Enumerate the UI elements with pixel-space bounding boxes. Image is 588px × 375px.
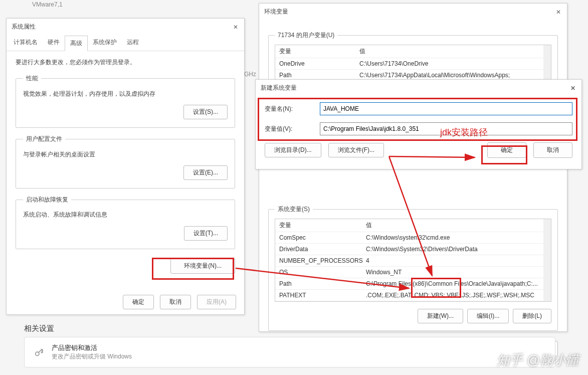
product-key-title: 产品密钥和激活: [52, 343, 132, 352]
close-icon[interactable]: ✕: [569, 85, 576, 92]
table-row[interactable]: PathC:\Program Files (x86)\Common Files\…: [275, 278, 543, 290]
tab-advanced[interactable]: 高级: [65, 36, 88, 51]
envvars-title: 环境变量: [264, 8, 288, 16]
user-vars-legend: 71734 的用户变量(U): [275, 31, 337, 40]
environment-variables-button[interactable]: 环境变量(N)...: [170, 258, 235, 274]
tab-system-protection[interactable]: 系统保护: [88, 35, 122, 51]
tab-remote[interactable]: 远程: [122, 35, 144, 51]
startup-desc: 系统启动、系统故障和调试信息: [23, 210, 228, 220]
sysvar-new-button[interactable]: 新建(W)...: [418, 309, 463, 323]
sysprops-tabs: 计算机名 硬件 高级 系统保护 远程: [7, 35, 244, 51]
table-row[interactable]: OSWindows_NT: [275, 267, 543, 278]
user-vars-col-var: 变量: [279, 47, 359, 56]
user-profile-desc: 与登录帐户相关的桌面设置: [23, 149, 228, 159]
sysprops-cancel-button[interactable]: 取消: [160, 295, 191, 309]
var-name-input[interactable]: [320, 102, 572, 115]
newsysvar-cancel-button[interactable]: 取消: [533, 142, 572, 158]
sys-var-value: C:\Program Files (x86)\Common Files\Orac…: [366, 280, 539, 287]
product-key-card[interactable]: 产品密钥和激活 更改产品密钥或升级 Windows: [24, 337, 555, 367]
table-row[interactable]: PROCESSOR_ARCHITECT...AMD64: [275, 301, 543, 302]
user-var-name: OneDrive: [279, 60, 359, 67]
sys-var-name: ComSpec: [279, 234, 366, 241]
product-key-desc: 更改产品密钥或升级 Windows: [52, 352, 132, 361]
close-icon[interactable]: ✕: [232, 24, 239, 31]
sysprops-ok-button[interactable]: 确定: [123, 295, 154, 309]
user-var-value: C:\Users\71734\OneDrive: [359, 60, 539, 67]
performance-settings-button[interactable]: 设置(S)...: [183, 105, 228, 119]
user-var-value: C:\Users\71734\AppData\Local\Microsoft\W…: [359, 72, 539, 79]
bg-ghz-label: GHz: [244, 71, 256, 78]
performance-legend: 性能: [23, 73, 41, 83]
sys-vars-legend: 系统变量(S): [275, 205, 313, 214]
close-icon[interactable]: ✕: [555, 9, 562, 16]
user-profile-legend: 用户配置文件: [23, 134, 65, 144]
sysprops-title: 系统属性: [12, 23, 36, 31]
performance-group: 性能 视觉效果，处理器计划，内存使用，以及虚拟内存 设置(S)...: [16, 73, 235, 128]
startup-group: 启动和故障恢复 系统启动、系统故障和调试信息 设置(T)...: [16, 195, 235, 249]
sys-var-name: Path: [279, 280, 366, 287]
user-profile-settings-button[interactable]: 设置(E)...: [183, 165, 228, 180]
sys-var-name: PATHEXT: [279, 292, 366, 299]
var-name-label: 变量名(N):: [265, 105, 320, 113]
sys-var-value: .COM;.EXE;.BAT;.CMD;.VBS;.VBE;.JS;.JSE;.…: [366, 292, 539, 299]
admin-note: 要进行大多数更改，您必须作为管理员登录。: [16, 57, 235, 67]
new-system-variable-dialog: 新建系统变量 ✕ 变量名(N): 变量值(V): 浏览目录(D)... 浏览文件…: [255, 79, 582, 169]
startup-legend: 启动和故障恢复: [23, 195, 71, 205]
scrollbar[interactable]: [543, 219, 551, 302]
sys-vars-col-val: 值: [366, 221, 539, 230]
newsysvar-title: 新建系统变量: [261, 84, 297, 92]
sys-var-name: NUMBER_OF_PROCESSORS: [279, 257, 366, 264]
newsysvar-ok-button[interactable]: 确定: [487, 142, 526, 158]
tab-computer-name[interactable]: 计算机名: [9, 35, 43, 51]
sys-var-value: 4: [366, 257, 539, 264]
tab-hardware[interactable]: 硬件: [43, 35, 65, 51]
browse-file-button[interactable]: 浏览文件(F)...: [328, 143, 384, 157]
browse-directory-button[interactable]: 浏览目录(D)...: [265, 143, 321, 157]
user-profile-group: 用户配置文件 与登录帐户相关的桌面设置 设置(E)...: [16, 134, 235, 189]
bg-vmware-label: VMware7,1: [32, 1, 63, 8]
sys-var-value: C:\Windows\system32\cmd.exe: [366, 234, 539, 241]
user-vars-col-val: 值: [359, 47, 539, 56]
svg-point-0: [36, 352, 39, 355]
user-var-name: Path: [279, 72, 359, 79]
table-row[interactable]: NUMBER_OF_PROCESSORS4: [275, 255, 543, 267]
sysvar-edit-button[interactable]: 编辑(I)...: [467, 309, 509, 323]
sys-var-value: C:\Windows\System32\Drivers\DriverData: [366, 246, 539, 253]
sys-vars-table[interactable]: 变量 值 ComSpecC:\Windows\system32\cmd.exeD…: [275, 219, 551, 302]
var-value-label: 变量值(V):: [265, 125, 320, 133]
key-icon: [34, 347, 45, 358]
startup-settings-button[interactable]: 设置(T)...: [184, 226, 228, 241]
sys-vars-col-var: 变量: [279, 221, 366, 230]
table-row[interactable]: ComSpecC:\Windows\system32\cmd.exe: [275, 232, 543, 244]
var-value-input[interactable]: [320, 122, 572, 135]
sys-var-name: OS: [279, 269, 366, 276]
scrollbar[interactable]: [543, 45, 551, 81]
sysprops-apply-button[interactable]: 应用(A): [197, 295, 236, 309]
related-settings-heading: 相关设置: [24, 324, 54, 333]
sys-var-name: DriverData: [279, 246, 366, 253]
sys-var-value: Windows_NT: [366, 269, 539, 276]
system-properties-dialog: 系统属性 ✕ 计算机名 硬件 高级 系统保护 远程 要进行大多数更改，您必须作为…: [6, 18, 245, 315]
table-row[interactable]: DriverDataC:\Windows\System32\Drivers\Dr…: [275, 244, 543, 255]
table-row[interactable]: PATHEXT.COM;.EXE;.BAT;.CMD;.VBS;.VBE;.JS…: [275, 290, 543, 301]
sysvar-delete-button[interactable]: 删除(L): [513, 309, 551, 323]
performance-desc: 视觉效果，处理器计划，内存使用，以及虚拟内存: [23, 89, 228, 99]
table-row[interactable]: OneDrive C:\Users\71734\OneDrive: [275, 58, 543, 70]
